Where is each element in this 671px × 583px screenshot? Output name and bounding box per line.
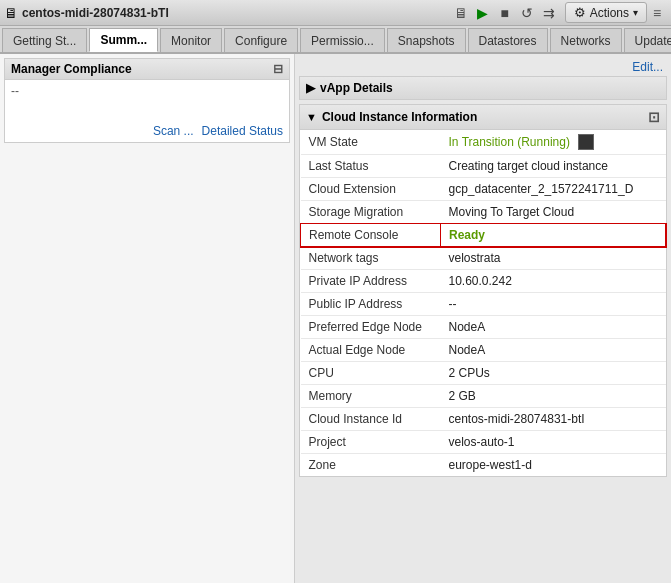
right-panel[interactable]: Edit... ▶ vApp Details ▼ Cloud Instance … (295, 54, 671, 583)
vm-state-icon (578, 134, 594, 150)
tab-configure[interactable]: Configure (224, 28, 298, 52)
table-row: Last Status Creating target cloud instan… (301, 155, 666, 178)
scan-link[interactable]: Scan ... (153, 124, 194, 138)
table-row: Cloud Instance Id centos-midi-28074831-b… (301, 408, 666, 431)
row-label-instance-id: Cloud Instance Id (301, 408, 441, 431)
row-value-vm-state: In Transition (Running) (441, 130, 666, 155)
monitor-icon[interactable]: 🖥 (451, 3, 471, 23)
row-value-zone: europe-west1-d (441, 454, 666, 477)
row-label-zone: Zone (301, 454, 441, 477)
gear-icon: ⚙ (574, 5, 586, 20)
table-row: Memory 2 GB (301, 385, 666, 408)
row-label-cpu: CPU (301, 362, 441, 385)
compliance-minimize-icon[interactable]: ⊟ (273, 62, 283, 76)
cloud-info-panel: ▼ Cloud Instance Information ⊡ VM State … (299, 104, 667, 477)
row-label-storage: Storage Migration (301, 201, 441, 224)
table-row: Project velos-auto-1 (301, 431, 666, 454)
menu-icon[interactable]: ≡ (647, 3, 667, 23)
vapp-panel-header[interactable]: ▶ vApp Details (300, 77, 666, 99)
tab-networks[interactable]: Networks (550, 28, 622, 52)
vm-icon: 🖥 (4, 5, 18, 21)
actions-button[interactable]: ⚙ Actions ▾ (565, 2, 647, 23)
row-label-vm-state: VM State (301, 130, 441, 155)
row-value-public-ip: -- (441, 293, 666, 316)
row-value-instance-id: centos-midi-28074831-btI (441, 408, 666, 431)
actions-label: Actions (590, 6, 629, 20)
stop-icon[interactable]: ■ (495, 3, 515, 23)
table-row: Zone europe-west1-d (301, 454, 666, 477)
table-row: Network tags velostrata (301, 247, 666, 270)
edit-link[interactable]: Edit... (632, 60, 663, 74)
dropdown-arrow-icon: ▾ (633, 7, 638, 18)
compliance-header: Manager Compliance ⊟ (5, 59, 289, 80)
row-value-pref-edge: NodeA (441, 316, 666, 339)
compliance-section: Manager Compliance ⊟ -- Scan ... Detaile… (4, 58, 290, 143)
table-row-remote-console: Remote Console Ready (301, 224, 666, 247)
tab-getting-started[interactable]: Getting St... (2, 28, 87, 52)
cloud-collapse-icon: ▼ (306, 111, 317, 123)
tab-update-manager[interactable]: Update M... (624, 28, 671, 52)
main-content: Manager Compliance ⊟ -- Scan ... Detaile… (0, 54, 671, 583)
tab-datastores[interactable]: Datastores (468, 28, 548, 52)
compliance-footer: Scan ... Detailed Status (5, 120, 289, 142)
cloud-data-table: VM State In Transition (Running) Last St… (300, 130, 666, 476)
table-row: Preferred Edge Node NodeA (301, 316, 666, 339)
left-panel: Manager Compliance ⊟ -- Scan ... Detaile… (0, 54, 295, 583)
refresh-icon[interactable]: ↺ (517, 3, 537, 23)
compliance-body: -- (5, 80, 289, 120)
ready-value: Ready (449, 228, 485, 242)
table-row: VM State In Transition (Running) (301, 130, 666, 155)
toolbar-icons: 🖥 ▶ ■ ↺ ⇉ (451, 3, 559, 23)
row-value-actual-edge: NodeA (441, 339, 666, 362)
row-value-memory: 2 GB (441, 385, 666, 408)
compliance-title: Manager Compliance (11, 62, 132, 76)
tab-bar: Getting St... Summ... Monitor Configure … (0, 26, 671, 54)
row-value-network-tags: velostrata (441, 247, 666, 270)
compliance-status: -- (11, 84, 19, 98)
cloud-panel-title: Cloud Instance Information (322, 110, 648, 124)
row-label-remote-console: Remote Console (301, 224, 441, 247)
row-label-pref-edge: Preferred Edge Node (301, 316, 441, 339)
vm-state-value: In Transition (Running) (449, 135, 570, 149)
edit-area: Edit... (299, 58, 667, 76)
row-value-cpu: 2 CPUs (441, 362, 666, 385)
row-label-memory: Memory (301, 385, 441, 408)
table-row: Public IP Address -- (301, 293, 666, 316)
tab-summary[interactable]: Summ... (89, 28, 158, 52)
row-label-cloud-ext: Cloud Extension (301, 178, 441, 201)
detailed-status-link[interactable]: Detailed Status (202, 124, 283, 138)
row-value-project: velos-auto-1 (441, 431, 666, 454)
title-bar: 🖥 centos-midi-28074831-bTI 🖥 ▶ ■ ↺ ⇉ ⚙ A… (0, 0, 671, 26)
row-label-project: Project (301, 431, 441, 454)
table-row: Private IP Address 10.60.0.242 (301, 270, 666, 293)
row-value-cloud-ext: gcp_datacenter_2_1572241711_D (441, 178, 666, 201)
row-value-private-ip: 10.60.0.242 (441, 270, 666, 293)
row-label-public-ip: Public IP Address (301, 293, 441, 316)
title-bar-right: ≡ (647, 3, 667, 23)
table-row: Actual Edge Node NodeA (301, 339, 666, 362)
row-value-last-status: Creating target cloud instance (441, 155, 666, 178)
vm-title: centos-midi-28074831-bTI (22, 6, 451, 20)
row-label-network-tags: Network tags (301, 247, 441, 270)
tab-snapshots[interactable]: Snapshots (387, 28, 466, 52)
table-row: Storage Migration Moving To Target Cloud (301, 201, 666, 224)
forward-icon[interactable]: ⇉ (539, 3, 559, 23)
cloud-panel-header[interactable]: ▼ Cloud Instance Information ⊡ (300, 105, 666, 130)
play-icon[interactable]: ▶ (473, 3, 493, 23)
vm-state-container: In Transition (Running) (449, 134, 658, 150)
table-row: CPU 2 CPUs (301, 362, 666, 385)
vapp-collapse-icon: ▶ (306, 81, 315, 95)
tab-permissions[interactable]: Permissio... (300, 28, 385, 52)
row-label-actual-edge: Actual Edge Node (301, 339, 441, 362)
row-label-last-status: Last Status (301, 155, 441, 178)
row-label-private-ip: Private IP Address (301, 270, 441, 293)
tab-monitor[interactable]: Monitor (160, 28, 222, 52)
vapp-title: vApp Details (320, 81, 393, 95)
vapp-panel: ▶ vApp Details (299, 76, 667, 100)
row-value-remote-console: Ready (441, 224, 666, 247)
row-value-storage: Moving To Target Cloud (441, 201, 666, 224)
table-row: Cloud Extension gcp_datacenter_2_1572241… (301, 178, 666, 201)
maximize-icon[interactable]: ⊡ (648, 109, 660, 125)
